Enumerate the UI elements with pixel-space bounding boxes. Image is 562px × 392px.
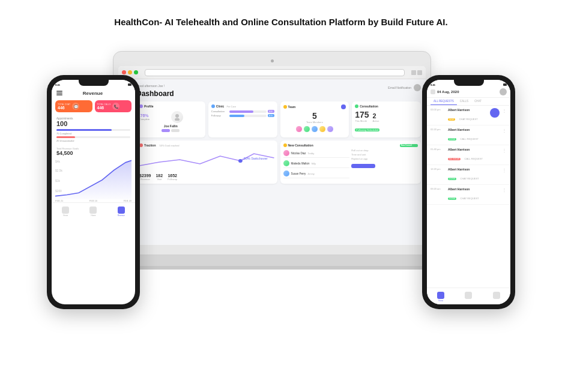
team-card: Team 5 Team Members [280,101,349,137]
lp-nav-revenue[interactable]: Revenue [118,207,125,217]
rp-header-left: 04 Aug, 2020 [431,89,459,94]
rp-header: 04 Aug, 2020 [427,87,510,98]
profile-card: Profile 76% Complete [136,101,205,137]
rp-nav-3[interactable] [493,292,500,302]
tab-calls[interactable]: CALLS [457,98,471,105]
rp-item-3: 01:40 pm Albert Harrison NO SHOW CALL RE… [427,145,510,165]
traction-stats: $2399 Revenue 182 Visit 1652 [139,173,274,181]
tab-all-requests[interactable]: ALL REQUESTS [431,98,457,105]
newconsult-row-1: Nicolas Diaz Teddy [283,149,350,158]
consult-num: 175 [355,110,369,119]
team-avatars [283,125,346,133]
rp-item-1: 03:00 pm Albert Harrison NEW CHAT REQUES… [427,106,510,125]
clinic-bars: Consultation $30 Followup [211,110,274,117]
phone-left-body: 9:41 Revenue [47,75,140,309]
laptop-base-bottom [98,266,446,270]
lp-header: Revenue [52,87,135,98]
newconsult-avatar-3 [283,170,289,176]
profile-actions [139,129,202,132]
team-indicator [341,104,346,109]
more-icon-3[interactable]: ⋮ [502,148,507,153]
lp-stats-row: TOTAL CHAT 446 💬 TOTAL CALLS 446 📞 [52,98,135,115]
lp-nav-home[interactable]: Home [62,207,69,217]
laptop-camera [271,59,274,62]
team-card-title: Team [283,104,346,109]
lp-stat-chat: TOTAL CHAT 446 💬 [55,100,92,112]
svg-point-0 [175,114,179,118]
chat-action-btn-1[interactable] [490,108,500,118]
traction-chart: -30% Switchover [139,149,274,170]
consult-active: 2 [373,112,379,119]
lp-prog-track-1 [56,129,130,131]
rp-nav-2[interactable] [465,292,472,302]
team-avatar-2 [303,125,310,133]
consult-badge: Following Scheduled [355,128,379,131]
chat-icon: 💬 [72,103,79,110]
maximize-icon[interactable] [134,70,138,74]
phone-left: 9:41 Revenue [47,75,140,309]
team-avatar-4 [319,125,326,133]
rp-bottom-nav: Home [427,288,510,304]
lp-nav-home2[interactable]: Home [89,207,97,217]
newconsult-list: Nicolas Diaz Teddy Makeda Walton [283,149,350,179]
svg-text:$200: $200 [55,189,62,193]
clinic-bar-fill-1 [229,110,253,113]
traction-card-title: Traction 50% Goal reached [139,143,274,147]
close-icon[interactable] [122,70,126,74]
newconsult-badge: New Consult [400,144,418,147]
call-icon: 📞 [112,103,119,110]
rp-home-icon [437,292,444,299]
profile-avatar [171,111,183,123]
laptop-base [104,255,440,266]
browser-url[interactable] [145,69,405,76]
clinic-bar-track-1 [229,110,267,113]
team-label: Team Members [283,121,346,124]
dash-title: Dashboard [136,89,174,98]
lp-stat-calls: TOTAL CALLS 446 📞 [95,100,132,112]
consult-label: This Month [355,119,369,122]
lp-prog-track-2 [56,136,130,138]
home2-icon [89,207,97,214]
more-icon-5[interactable]: ⋮ [502,187,507,193]
lp-total-revenue: Total Revenue Goals $4,500 [52,145,135,157]
newconsult-icon [283,143,287,147]
newconsult-cols: Nicolas Diaz Teddy Makeda Walton [283,149,418,179]
phone-right: 9:41 04 Aug, 2020 [422,75,515,309]
more-icon-1[interactable]: ⋮ [502,108,507,113]
profile-btn-1[interactable] [162,129,170,132]
clinic-card: Clinic Pet Care Consultation [208,101,277,137]
svg-point-2 [238,159,243,163]
team-count: 5 [283,111,346,121]
newconsult-card: New Consultation New Consult Nicolas D [280,140,422,184]
rp-date: 04 Aug, 2020 [437,90,459,94]
lp-prog-completed [56,129,112,131]
svg-text:$2.5k: $2.5k [55,168,62,172]
more-icon-2[interactable]: ⋮ [502,128,507,133]
devices-container: Good afternoon Joe ! Dashboard Email Not… [47,39,515,357]
dash-grid: Profile 76% Complete [136,101,421,184]
clinic-bar-fill-2 [229,115,244,117]
phone-left-screen: 9:41 Revenue [52,80,135,304]
more-icon-4[interactable]: ⋮ [502,167,507,173]
rp-nav-home[interactable]: Home [437,292,444,302]
browser-tab-2 [417,70,422,75]
view-more-btn[interactable] [351,164,375,168]
tab-chat[interactable]: CHAT [471,98,485,105]
lp-header-spacer [123,89,130,97]
browser-icons [411,70,422,75]
menu-left-icon[interactable] [431,89,435,94]
traction-revenue: $2399 Revenue [139,173,151,181]
rp-tabs: ALL REQUESTS CALLS CHAT [427,98,510,106]
profile-card-title: Profile [139,104,202,108]
consultation-card-title: Consultation [355,104,418,108]
lp-appts: Appointments 100 75 Completed 25 Unsucce… [52,115,135,145]
menu-icon[interactable] [56,91,62,95]
newconsult-row-2: Makeda Walton Silly [283,159,350,168]
svg-text:-30% Switchover: -30% Switchover [243,157,268,160]
traction-card: Traction 50% Goal reached -30% Switchove… [136,140,277,184]
phone-left-notch [79,80,109,86]
dashboard-content: Good afternoon Joe ! Dashboard Email Not… [118,79,426,245]
minimize-icon[interactable] [128,70,132,74]
user-avatar [414,84,421,91]
profile-btn-2[interactable] [171,129,180,132]
